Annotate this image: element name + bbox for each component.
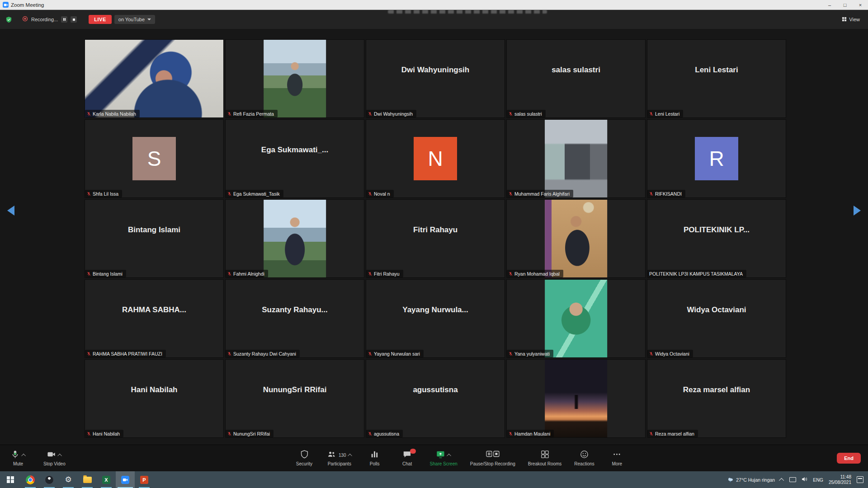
security-button[interactable]: Security: [294, 450, 314, 466]
chat-button[interactable]: Chat: [397, 450, 417, 466]
chrome-taskbar-icon[interactable]: [21, 471, 40, 488]
close-button[interactable]: ×: [853, 0, 868, 9]
share-screen-button[interactable]: Share Screen: [430, 450, 458, 466]
participant-tile[interactable]: Karla Nabila Nabilah: [85, 40, 223, 117]
participant-display-name: POLITEKINIK LP...: [649, 225, 784, 235]
participant-name-label: Widya Octaviani: [647, 350, 693, 357]
participant-display-name: Reza marsel alfian: [649, 385, 784, 394]
obs-taskbar-icon[interactable]: [40, 471, 59, 488]
security-icon: [299, 450, 309, 461]
participant-name-label: Fitri Rahayu: [366, 270, 403, 277]
participant-name-label: Muhammad Faris Alghifari: [507, 190, 573, 197]
weather-widget[interactable]: 27°C Hujan ringan: [727, 477, 775, 483]
participant-tile[interactable]: Suzanty Rahayu...Suzanty Rahayu Dwi Cahy…: [226, 280, 364, 357]
stop-recording-icon[interactable]: [71, 16, 77, 23]
participant-tile[interactable]: SShfa Lil Issa: [85, 120, 223, 197]
minimize-button[interactable]: –: [822, 0, 837, 9]
stop-video-button[interactable]: Stop Video: [43, 450, 66, 466]
participant-tile[interactable]: Refi Fazia Permata: [226, 40, 364, 117]
muted-mic-icon: [87, 352, 91, 356]
previous-page-arrow[interactable]: [7, 206, 14, 216]
language-indicator[interactable]: ENG: [813, 477, 823, 483]
participant-grid: Karla Nabila NabilahRefi Fazia PermataDw…: [85, 40, 786, 437]
pause-stop-recording-label: Pause/Stop Recording: [470, 461, 515, 466]
muted-mic-icon: [227, 192, 231, 196]
view-button[interactable]: View: [839, 15, 863, 24]
participant-tile[interactable]: Hani NabilahHani Nabilah: [85, 360, 223, 437]
participant-tile[interactable]: NNoval n: [366, 120, 505, 197]
participant-tile[interactable]: Reza marsel alfianReza marsel alfian: [647, 360, 786, 437]
participant-tile[interactable]: Fitri RahayuFitri Rahayu: [366, 200, 505, 277]
participant-name-label: RIFKISANDI: [647, 190, 685, 197]
next-page-arrow[interactable]: [854, 206, 861, 216]
end-meeting-button[interactable]: End: [837, 453, 861, 464]
participant-tile[interactable]: salas sulastrisalas sulastri: [507, 40, 645, 117]
participant-name-text: Suzanty Rahayu Dwi Cahyani: [233, 351, 296, 357]
muted-mic-icon: [509, 272, 513, 276]
participant-tile[interactable]: agussutisnaagussutisna: [366, 360, 505, 437]
participant-tile[interactable]: Bintang IslamiBintang Islami: [85, 200, 223, 277]
participant-tile[interactable]: Dwi WahyuningsihDwi Wahyuningsih: [366, 40, 505, 117]
muted-mic-icon: [649, 192, 653, 196]
chevron-up-icon[interactable]: [58, 454, 62, 458]
stop-video-icon: [47, 450, 56, 461]
more-button[interactable]: More: [607, 450, 627, 466]
chevron-up-icon[interactable]: [447, 454, 451, 458]
grid-view-icon: [842, 17, 847, 23]
zoom-taskbar-icon[interactable]: [116, 471, 135, 488]
participant-tile[interactable]: Yayang Nurwula...Yayang Nurwulan sari: [366, 280, 505, 357]
participant-display-name: Hani Nabilah: [87, 385, 222, 394]
encryption-shield-icon[interactable]: [5, 16, 12, 23]
reactions-button[interactable]: Reactions: [574, 450, 594, 466]
participant-tile[interactable]: RRIFKISANDI: [647, 120, 786, 197]
participant-video: [264, 200, 326, 277]
rain-cloud-icon: [727, 477, 734, 483]
powerpoint-taskbar-icon[interactable]: P: [135, 471, 154, 488]
participants-label: Participants: [328, 461, 351, 466]
action-center-icon[interactable]: [857, 476, 863, 483]
participant-tile[interactable]: Ega Sukmawati_...Ega Sukmawati_Tasik: [226, 120, 364, 197]
muted-mic-icon: [368, 272, 372, 276]
participant-display-name: Yayang Nurwula...: [368, 305, 503, 314]
participant-tile[interactable]: Fahmi Alnighdi: [226, 200, 364, 277]
participant-name-text: agussutisna: [374, 431, 399, 436]
participant-tile[interactable]: Leni LestariLeni Lestari: [647, 40, 786, 117]
pause-recording-icon[interactable]: [61, 16, 67, 23]
speaker-tray-icon[interactable]: [802, 477, 807, 483]
participant-tile[interactable]: Muhammad Faris Alghifari: [507, 120, 645, 197]
display-tray-icon[interactable]: [789, 477, 796, 482]
participant-tile[interactable]: Yana yulyaniwati: [507, 280, 645, 357]
start-button[interactable]: [0, 471, 21, 488]
polls-button[interactable]: Polls: [365, 450, 385, 466]
recording-label: Recording...: [31, 17, 58, 22]
breakout-rooms-button[interactable]: Breakout Rooms: [528, 450, 561, 466]
participant-tile[interactable]: RAHMA SABHA...RAHMA SABHA PRATIWI FAUZI: [85, 280, 223, 357]
participant-tile[interactable]: POLITEKINIK LP...POLITEKNIK LP3I KAMPUS …: [647, 200, 786, 277]
mute-button[interactable]: Mute: [8, 450, 28, 466]
participants-button[interactable]: 130Participants: [327, 450, 352, 466]
participant-name-label: NunungSri RRifai: [226, 430, 274, 437]
explorer-taskbar-icon[interactable]: [78, 471, 97, 488]
muted-mic-icon: [649, 112, 653, 116]
participants-count: 130: [339, 453, 346, 458]
taskbar-clock[interactable]: 11:48 25/08/2021: [829, 474, 851, 485]
settings-taskbar-icon[interactable]: ⚙: [59, 471, 78, 488]
share-screen-icon: [436, 450, 445, 461]
excel-taskbar-icon[interactable]: X: [97, 471, 116, 488]
participant-tile[interactable]: Hamdan Maulani: [507, 360, 645, 437]
participant-tile[interactable]: Ryan Mohamad Iqbal: [507, 200, 645, 277]
pause-stop-recording-button[interactable]: Pause/Stop Recording: [470, 450, 515, 466]
chevron-up-icon[interactable]: [21, 454, 26, 458]
participant-name-label: salas sulastri: [507, 110, 546, 117]
tray-expand-icon[interactable]: [779, 478, 784, 483]
maximize-button[interactable]: □: [837, 0, 853, 9]
participant-tile[interactable]: Widya OctavianiWidya Octaviani: [647, 280, 786, 357]
participant-name-text: salas sulastri: [514, 111, 542, 117]
live-badge[interactable]: LIVE: [89, 15, 111, 24]
view-button-label: View: [849, 17, 860, 22]
stream-destination-button[interactable]: on YouTube: [114, 15, 155, 24]
mute-icon: [10, 450, 20, 461]
participant-tile[interactable]: NunungSri RRifaiNunungSri RRifai: [226, 360, 364, 437]
participant-name-text: Yayang Nurwulan sari: [374, 351, 420, 357]
chevron-up-icon[interactable]: [348, 454, 352, 458]
